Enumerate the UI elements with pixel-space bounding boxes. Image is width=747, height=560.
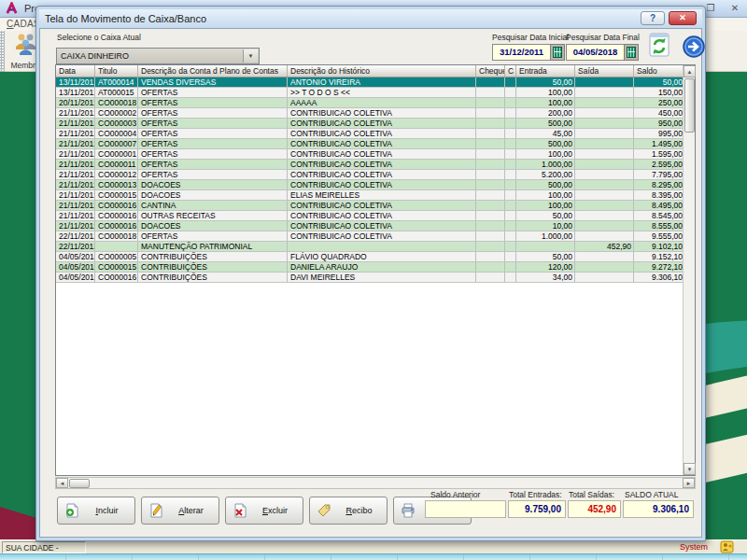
horizontal-scrollbar[interactable]: ◄ ► — [55, 477, 696, 489]
cell-cheque — [476, 88, 505, 97]
recibo-button[interactable]: Recibo — [309, 497, 388, 525]
printer-icon — [401, 503, 416, 518]
table-row[interactable]: 21/11/2012CO000011OFERTASCONTRIBUICAO CO… — [56, 160, 684, 170]
status-users-icon — [720, 540, 734, 553]
col-header-historico[interactable]: Descrição do Histórico — [288, 65, 476, 77]
cell-history: ELIAS MEIRELLES — [288, 190, 476, 200]
cell-history: CONTRIBUICAO COLETIVA — [288, 221, 476, 231]
table-row[interactable]: 21/11/2012CO000016CANTINACONTRIBUICAO CO… — [56, 201, 684, 211]
table-row[interactable]: 21/11/2012CO000016OUTRAS RECEITASCONTRIB… — [56, 211, 684, 221]
calendar-picker-button-start[interactable] — [550, 44, 565, 61]
help-button[interactable]: ? — [641, 11, 665, 25]
table-row[interactable]: 22/11/2012MANUTENÇÃO PATRIMONIAL452,909.… — [56, 242, 684, 252]
cell-date: 21/11/2012 — [56, 190, 95, 200]
table-row[interactable]: 20/11/2012CO000018OFERTASAAAAA100,00250,… — [56, 98, 684, 108]
cell-cheque — [476, 149, 505, 159]
cell-in: 45,00 — [516, 129, 575, 138]
cell-history: CONTRIBUICAO COLETIVA — [288, 170, 476, 179]
scroll-right-icon[interactable]: ► — [683, 478, 695, 488]
col-header-conta[interactable]: Descrição da Conta d Plano de Contas — [138, 65, 288, 77]
cell-date: 20/11/2012 — [56, 98, 95, 107]
close-window-button[interactable]: ✕ — [726, 2, 743, 15]
table-row[interactable]: 21/11/2012CO000015DOACOESELIAS MEIRELLES… — [56, 190, 684, 201]
refresh-button[interactable] — [647, 33, 671, 59]
col-header-entrada[interactable]: Entrada — [516, 65, 575, 77]
col-header-saida[interactable]: Saída — [575, 65, 634, 77]
table-row[interactable]: 21/11/2012CO000016DOACOESCONTRIBUICAO CO… — [56, 221, 684, 231]
col-header-titulo[interactable]: Titulo — [95, 65, 138, 77]
table-row[interactable]: 04/05/2018CO000015CONTRIBUIÇÕESDANIELA A… — [56, 262, 684, 273]
table-row[interactable]: 04/05/2018CO000016CONTRIBUIÇÕESDAVI MEIR… — [56, 273, 684, 283]
cell-account: CONTRIBUIÇÕES — [138, 252, 288, 261]
col-header-c[interactable]: C — [505, 65, 516, 77]
col-header-data[interactable]: Data — [56, 65, 95, 77]
date-end-input[interactable]: 04/05/2018 — [566, 44, 624, 61]
vertical-scroll-thumb[interactable] — [684, 78, 695, 133]
cell-history: ANTONIO VIREIRA — [288, 77, 476, 87]
cell-date: 21/11/2012 — [56, 180, 95, 189]
app-logo-icon — [5, 2, 19, 16]
close-dialog-button[interactable]: ✕ — [669, 11, 697, 25]
saldo-anterior-field — [425, 500, 506, 518]
cell-in: 100,00 — [516, 190, 575, 200]
cell-date: 21/11/2012 — [56, 170, 95, 179]
cell-cheque — [476, 190, 505, 200]
table-row[interactable]: 13/11/2012AT000014VENDAS DIVERSASANTONIO… — [56, 77, 684, 88]
col-header-saldo[interactable]: Saldo — [634, 65, 684, 77]
caixa-label: Selecione o Caixa Atual — [57, 33, 141, 42]
alterar-button[interactable]: Alterar — [141, 497, 219, 525]
incluir-button[interactable]: Incluir — [57, 497, 135, 525]
cell-date: 21/11/2012 — [56, 139, 95, 148]
cell-title: CO000007 — [95, 139, 138, 148]
cell-title: CO000015 — [95, 262, 138, 272]
cell-c — [505, 139, 516, 148]
cell-title: CO000018 — [95, 98, 138, 107]
cell-date: 21/11/2012 — [56, 201, 95, 210]
cell-cheque — [476, 129, 505, 138]
cell-cheque — [476, 211, 505, 220]
cell-date: 22/11/2012 — [56, 231, 95, 241]
cell-out — [575, 139, 634, 148]
scroll-down-icon[interactable]: ▼ — [684, 463, 696, 475]
cell-date: 21/11/2012 — [56, 221, 95, 231]
cell-c — [505, 252, 516, 261]
vertical-scrollbar[interactable]: ▲ ▼ — [683, 65, 695, 475]
calendar-icon — [627, 47, 636, 58]
calendar-picker-button-end[interactable] — [624, 44, 639, 61]
scroll-up-icon[interactable]: ▲ — [684, 65, 696, 77]
table-row[interactable]: 21/11/2012CO000002OFERTASCONTRIBUICAO CO… — [56, 108, 684, 119]
horizontal-scroll-thumb[interactable] — [69, 479, 90, 488]
cell-account: CANTINA — [138, 201, 288, 210]
table-row[interactable]: 21/11/2012CO000007OFERTASCONTRIBUICAO CO… — [56, 139, 684, 149]
taskbar[interactable] — [0, 553, 747, 560]
cell-cheque — [476, 262, 505, 272]
cell-history: CONTRIBUICAO COLETIVA — [288, 119, 476, 128]
date-start-input[interactable]: 31/12/2011 — [492, 44, 550, 61]
cell-account: DOACOES — [138, 221, 288, 231]
dialog-titlebar[interactable]: Tela do Movimento de Caixa/Banco ? ✕ — [39, 9, 702, 28]
table-row[interactable]: 21/11/2012CO000013DOACOESCONTRIBUICAO CO… — [56, 180, 684, 190]
table-row[interactable]: 21/11/2012CO000003OFERTASCONTRIBUICAO CO… — [56, 119, 684, 129]
cell-in — [516, 242, 575, 251]
table-row[interactable]: 21/11/2012CO000004OFERTASCONTRIBUICAO CO… — [56, 129, 684, 139]
chevron-down-icon[interactable]: ▼ — [243, 49, 258, 63]
excluir-button[interactable]: Excluir — [225, 497, 303, 525]
col-header-cheque[interactable]: Cheque — [476, 65, 505, 77]
cell-title: CO000005 — [95, 252, 138, 261]
cell-date: 22/11/2012 — [56, 242, 95, 251]
cell-in: 50,00 — [516, 252, 575, 261]
table-row[interactable]: 22/11/2012CO000018OFERTASCONTRIBUICAO CO… — [56, 231, 684, 242]
table-row[interactable]: 21/11/2012CO000001OFERTASCONTRIBUICAO CO… — [56, 149, 684, 160]
cell-balance: 8.395,00 — [634, 190, 684, 200]
scroll-left-icon[interactable]: ◄ — [56, 478, 68, 488]
table-row[interactable]: 13/11/2012AT000015OFERTAS>> T O D O S <<… — [56, 88, 684, 98]
table-row[interactable]: 21/11/2012CO000012OFERTASCONTRIBUICAO CO… — [56, 170, 684, 180]
dialog-title: Tela do Movimento de Caixa/Banco — [45, 13, 206, 24]
total-saidas-label: Total Saídas: — [569, 490, 614, 499]
table-row[interactable]: 04/05/2018CO000005CONTRIBUIÇÕESFLÁVIO QU… — [56, 252, 684, 262]
cell-title: AT000015 — [95, 88, 138, 97]
cell-balance: 9.272,10 — [634, 262, 684, 272]
cell-account: OUTRAS RECEITAS — [138, 211, 288, 220]
search-go-button[interactable] — [683, 35, 705, 58]
caixa-select[interactable]: CAIXA DINHEIRO ▼ — [56, 48, 260, 64]
